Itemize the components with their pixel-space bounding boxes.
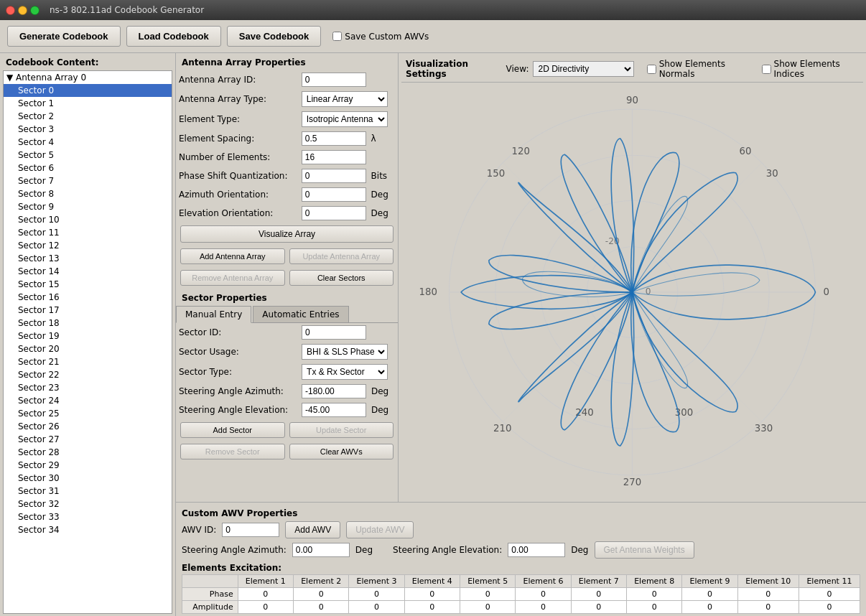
- sector-usage-select[interactable]: BHI & SLS Phases BHI Only SLS Only: [302, 344, 388, 360]
- custom-awv-title: Custom AWV Properties: [182, 505, 860, 521]
- phase-shift-input[interactable]: [302, 169, 366, 183]
- sector-actions-row: Add Sector Update Sector: [176, 419, 398, 441]
- codebook-tree[interactable]: ▼ Antenna Array 0 Sector 0 Sector 1 Sect…: [3, 70, 172, 614]
- get-antenna-weights-button[interactable]: Get Antenna Weights: [595, 541, 694, 559]
- svg-text:270: 270: [623, 477, 641, 487]
- close-button[interactable]: [6, 6, 15, 15]
- update-sector-button[interactable]: Update Sector: [289, 422, 394, 438]
- sector-item-24[interactable]: Sector 24: [4, 394, 172, 407]
- save-custom-awvs-label: Save Custom AWVs: [345, 32, 429, 42]
- sector-item-11[interactable]: Sector 11: [4, 226, 172, 239]
- sector-item-2[interactable]: Sector 2: [4, 110, 172, 123]
- add-awv-button[interactable]: Add AWV: [285, 521, 340, 538]
- viz-panel: Visualization Settings View: 2D Directiv…: [399, 53, 866, 502]
- remove-antenna-array-button[interactable]: Remove Antenna Array: [180, 270, 285, 286]
- sector-item-5[interactable]: Sector 5: [4, 149, 172, 162]
- sector-item-14[interactable]: Sector 14: [4, 265, 172, 278]
- amp-e10: 0: [737, 601, 799, 614]
- azimuth-orient-input[interactable]: [302, 187, 366, 202]
- load-codebook-button[interactable]: Load Codebook: [126, 26, 221, 47]
- sector-item-1[interactable]: Sector 1: [4, 97, 172, 110]
- sector-item-25[interactable]: Sector 25: [4, 407, 172, 420]
- save-codebook-button[interactable]: Save Codebook: [227, 26, 322, 47]
- sector-item-15[interactable]: Sector 15: [4, 278, 172, 291]
- generate-codebook-button[interactable]: Generate Codebook: [7, 26, 121, 47]
- elements-table-container[interactable]: Element 1 Element 2 Element 3 Element 4 …: [182, 574, 860, 614]
- maximize-button[interactable]: [30, 6, 39, 15]
- sector-item-9[interactable]: Sector 9: [4, 200, 172, 213]
- elevation-orient-input[interactable]: [302, 206, 366, 220]
- visualize-array-button[interactable]: Visualize Array: [180, 225, 394, 243]
- sector-item-7[interactable]: Sector 7: [4, 174, 172, 187]
- show-indices-checkbox[interactable]: [762, 65, 771, 74]
- tab-automatic[interactable]: Automatic Entries: [253, 306, 348, 322]
- sector-item-33[interactable]: Sector 33: [4, 510, 172, 523]
- sector-item-6[interactable]: Sector 6: [4, 162, 172, 174]
- sector-item-32[interactable]: Sector 32: [4, 498, 172, 510]
- amp-e7: 0: [571, 601, 626, 614]
- sector-item-28[interactable]: Sector 28: [4, 446, 172, 459]
- sector-item-8[interactable]: Sector 8: [4, 187, 172, 200]
- sector-item-17[interactable]: Sector 17: [4, 304, 172, 317]
- array-id-label: Antenna Array ID:: [176, 70, 299, 89]
- sector-id-input[interactable]: [302, 325, 366, 340]
- awv-steering-az-input[interactable]: [292, 543, 350, 557]
- array-id-input[interactable]: [302, 73, 366, 87]
- sector-item-27[interactable]: Sector 27: [4, 433, 172, 446]
- phase-shift-label: Phase Shift Quantization:: [176, 167, 299, 185]
- array-type-select[interactable]: Linear Array Planar Array: [302, 91, 388, 107]
- sector-item-23[interactable]: Sector 23: [4, 381, 172, 394]
- element-type-label: Element Type:: [176, 109, 299, 129]
- svg-text:90: 90: [626, 95, 638, 106]
- sector-item-12[interactable]: Sector 12: [4, 239, 172, 252]
- element-9-header: Element 9: [682, 575, 737, 588]
- awv-steering-el-unit: Deg: [571, 545, 588, 555]
- steering-el-unit: Deg: [369, 405, 388, 415]
- remove-sector-button[interactable]: Remove Sector: [180, 444, 285, 459]
- sector-item-31[interactable]: Sector 31: [4, 485, 172, 498]
- save-custom-awvs-group: Save Custom AWVs: [332, 32, 429, 42]
- sector-item-22[interactable]: Sector 22: [4, 368, 172, 381]
- sector-item-30[interactable]: Sector 30: [4, 472, 172, 485]
- add-sector-button[interactable]: Add Sector: [180, 422, 285, 438]
- sector-item-3[interactable]: Sector 3: [4, 123, 172, 136]
- clear-sectors-button[interactable]: Clear Sectors: [289, 270, 394, 286]
- sector-item-18[interactable]: Sector 18: [4, 317, 172, 330]
- num-elements-input[interactable]: [302, 150, 366, 164]
- save-custom-awvs-checkbox[interactable]: [332, 32, 342, 41]
- steering-az-input[interactable]: [302, 384, 366, 398]
- sector-item-0[interactable]: Sector 0: [4, 84, 172, 97]
- tab-manual[interactable]: Manual Entry: [176, 306, 251, 323]
- steering-el-input[interactable]: [302, 403, 366, 417]
- sector-item-4[interactable]: Sector 4: [4, 136, 172, 149]
- amp-e11: 0: [799, 601, 860, 614]
- view-select[interactable]: 2D Directivity 3D Directivity: [533, 61, 633, 77]
- sector-item-26[interactable]: Sector 26: [4, 420, 172, 433]
- sector-item-29[interactable]: Sector 29: [4, 459, 172, 472]
- sector-item-19[interactable]: Sector 19: [4, 330, 172, 342]
- update-awv-button[interactable]: Update AWV: [346, 521, 414, 538]
- sector-item-10[interactable]: Sector 10: [4, 213, 172, 226]
- svg-text:150: 150: [487, 168, 505, 179]
- sector-item-13[interactable]: Sector 13: [4, 252, 172, 265]
- add-antenna-array-button[interactable]: Add Antenna Array: [180, 248, 285, 264]
- svg-text:210: 210: [493, 423, 511, 434]
- awv-steering-el-input[interactable]: [508, 543, 565, 557]
- minimize-button[interactable]: [18, 6, 27, 15]
- sector-item-21[interactable]: Sector 21: [4, 355, 172, 368]
- element-spacing-input[interactable]: [302, 131, 366, 146]
- antenna-array-item[interactable]: ▼ Antenna Array 0: [4, 71, 172, 84]
- sector-item-34[interactable]: Sector 34: [4, 523, 172, 536]
- sector-type-select[interactable]: Tx & Rx Sector Tx Sector Rx Sector: [302, 364, 388, 380]
- sector-item-16[interactable]: Sector 16: [4, 291, 172, 304]
- titlebar: ns-3 802.11ad Codebook Generator: [0, 0, 866, 20]
- svg-text:0: 0: [646, 286, 651, 297]
- element-type-select[interactable]: Isotropic Antenna Directional Antenna: [302, 111, 388, 127]
- antenna-props-title: Antenna Array Properties: [176, 53, 398, 70]
- clear-awvs-button[interactable]: Clear AWVs: [289, 444, 394, 459]
- amp-e2: 0: [294, 601, 349, 614]
- sector-item-20[interactable]: Sector 20: [4, 342, 172, 355]
- show-normals-checkbox[interactable]: [647, 65, 656, 74]
- awv-id-input[interactable]: [222, 523, 279, 537]
- update-antenna-array-button[interactable]: Update Antenna Array: [289, 248, 394, 264]
